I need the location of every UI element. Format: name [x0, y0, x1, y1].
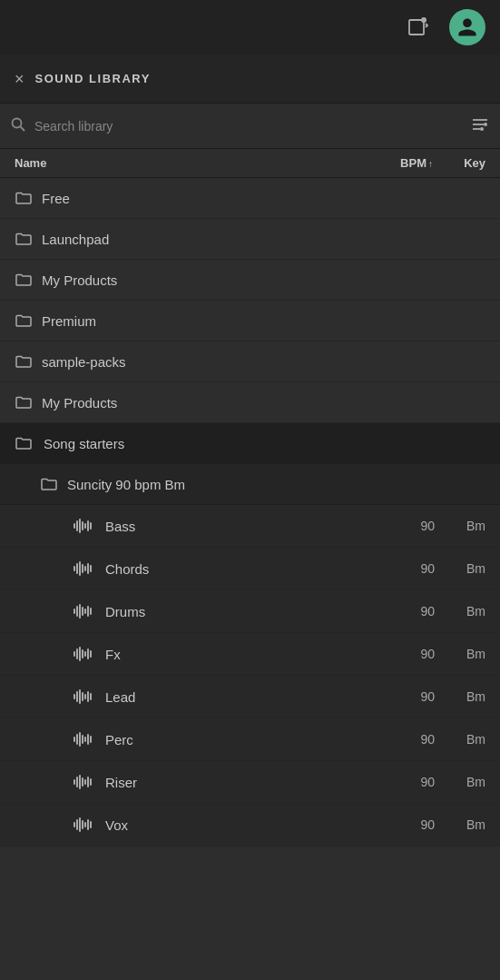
folder-item-my-products-1[interactable]: My Products: [0, 260, 500, 301]
svg-rect-10: [76, 520, 78, 531]
audio-name-bass: Bass: [105, 519, 404, 534]
folder-icon-suncity: [40, 475, 58, 493]
audio-item-lead[interactable]: Lead 90 Bm: [0, 676, 500, 718]
svg-point-1: [421, 17, 426, 23]
svg-rect-56: [87, 777, 89, 787]
audio-bpm-chords: 90: [404, 561, 449, 576]
audio-key-vox: Bm: [449, 817, 485, 832]
audio-bpm-fx: 90: [404, 647, 449, 661]
svg-rect-21: [87, 563, 89, 574]
svg-rect-15: [90, 522, 92, 530]
svg-rect-0: [409, 20, 424, 35]
svg-point-7: [484, 123, 487, 126]
column-bpm[interactable]: BPM↑: [377, 156, 440, 170]
svg-rect-59: [76, 819, 78, 830]
audio-key-riser: Bm: [449, 775, 485, 789]
search-input[interactable]: [34, 119, 462, 134]
svg-rect-41: [84, 694, 86, 699]
audio-item-chords[interactable]: Chords 90 Bm: [0, 548, 500, 590]
folder-label-premium: Premium: [42, 313, 96, 329]
folder-item-sample-packs[interactable]: sample-packs: [0, 342, 500, 382]
waveform-icon-drums: [73, 603, 94, 619]
svg-line-3: [21, 126, 25, 131]
svg-rect-40: [82, 692, 83, 701]
waveform-icon-perc: [73, 731, 94, 747]
svg-rect-32: [79, 647, 81, 661]
svg-rect-16: [74, 566, 75, 571]
svg-rect-31: [76, 648, 78, 659]
svg-rect-22: [90, 565, 92, 572]
svg-rect-35: [87, 648, 89, 659]
folder-icon: [15, 271, 33, 289]
svg-rect-62: [84, 822, 86, 827]
svg-rect-12: [82, 521, 83, 530]
svg-rect-34: [84, 651, 86, 657]
folder-label-my-products-2: My Products: [42, 395, 117, 411]
top-bar: [0, 0, 500, 54]
svg-rect-36: [90, 650, 92, 658]
audio-item-vox[interactable]: Vox 90 Bm: [0, 804, 500, 846]
folder-item-free[interactable]: Free: [0, 178, 500, 219]
svg-rect-14: [87, 520, 89, 531]
audio-item-riser[interactable]: Riser 90 Bm: [0, 761, 500, 804]
suncity-subfolder[interactable]: Suncity 90 bpm Bm: [0, 464, 500, 505]
audio-name-perc: Perc: [105, 732, 404, 747]
user-avatar[interactable]: [449, 9, 485, 45]
audio-item-fx[interactable]: Fx 90 Bm: [0, 633, 500, 676]
svg-rect-64: [90, 821, 92, 828]
audio-item-drums[interactable]: Drums 90 Bm: [0, 590, 500, 633]
svg-rect-29: [90, 608, 92, 615]
waveform-icon-riser: [73, 774, 94, 790]
audio-name-riser: Riser: [105, 775, 404, 790]
audio-key-lead: Bm: [449, 689, 485, 704]
preview-icon[interactable]: [402, 11, 435, 44]
folder-label-launchpad: Launchpad: [42, 232, 109, 247]
audio-name-chords: Chords: [105, 561, 404, 577]
folder-label-sample-packs: sample-packs: [42, 354, 126, 370]
svg-rect-43: [90, 693, 92, 700]
svg-rect-51: [74, 779, 75, 785]
folder-icon: [15, 393, 33, 411]
svg-rect-58: [74, 822, 75, 827]
search-icon: [11, 117, 25, 135]
svg-rect-25: [79, 604, 81, 619]
audio-bpm-perc: 90: [404, 732, 449, 747]
svg-rect-49: [87, 734, 89, 745]
svg-rect-26: [82, 607, 83, 616]
audio-bpm-drums: 90: [404, 604, 449, 619]
svg-rect-50: [90, 736, 92, 743]
waveform-icon-lead: [73, 688, 94, 705]
audio-bpm-lead: 90: [404, 689, 449, 704]
folder-icon: [15, 189, 33, 207]
folder-item-premium[interactable]: Premium: [0, 301, 500, 342]
svg-rect-60: [79, 817, 81, 832]
svg-rect-45: [76, 734, 78, 745]
filter-icon[interactable]: [471, 115, 489, 137]
folder-item-my-products-2[interactable]: My Products: [0, 382, 500, 423]
audio-item-perc[interactable]: Perc 90 Bm: [0, 718, 500, 761]
svg-rect-38: [76, 691, 78, 702]
folder-item-launchpad[interactable]: Launchpad: [0, 219, 500, 260]
waveform-icon-fx: [73, 646, 94, 662]
svg-rect-44: [74, 737, 75, 742]
svg-rect-52: [76, 777, 78, 787]
audio-key-bass: Bm: [449, 519, 485, 533]
svg-rect-11: [79, 519, 81, 533]
svg-rect-30: [74, 651, 75, 657]
folder-label-free: Free: [42, 191, 70, 206]
audio-bpm-vox: 90: [404, 817, 449, 832]
waveform-icon-chords: [73, 560, 94, 577]
audio-item-bass[interactable]: Bass 90 Bm: [0, 505, 500, 548]
svg-rect-33: [82, 649, 83, 658]
song-starters-folder[interactable]: Song starters: [0, 423, 500, 464]
close-icon[interactable]: ×: [15, 71, 25, 87]
audio-name-drums: Drums: [105, 604, 404, 619]
folder-icon: [15, 352, 33, 371]
svg-rect-18: [79, 561, 81, 576]
audio-key-drums: Bm: [449, 604, 485, 619]
folder-icon-song-starters: [15, 434, 33, 452]
svg-rect-23: [74, 609, 75, 614]
waveform-icon-bass: [73, 518, 94, 534]
svg-rect-9: [74, 523, 75, 529]
folder-label-my-products-1: My Products: [42, 272, 117, 288]
